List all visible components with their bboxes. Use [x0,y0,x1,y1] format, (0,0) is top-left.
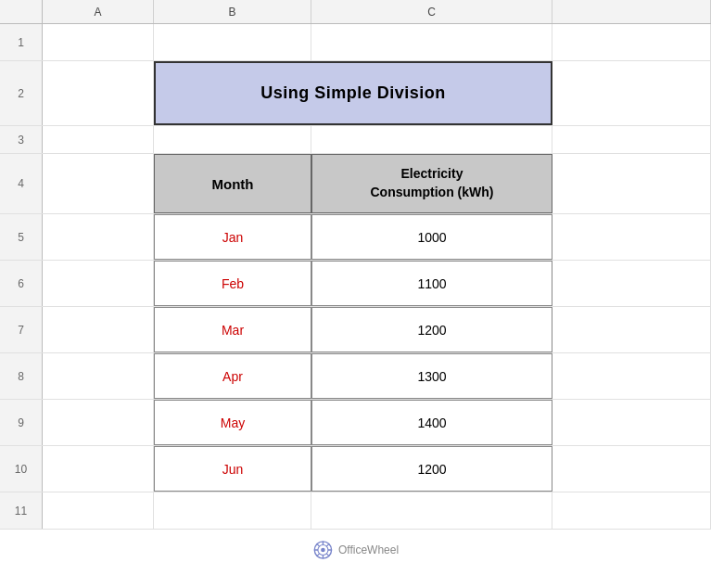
cell-c1[interactable] [311,24,552,60]
cell-c10-jun-value[interactable]: 1200 [311,446,552,492]
cell-b5-jan[interactable]: Jan [154,214,311,260]
grid-row-1: 1 [0,24,711,61]
cell-b6-feb[interactable]: Feb [154,261,311,306]
row-num-2: 2 [0,61,43,125]
grid-row-8: 8 Apr 1300 [0,353,711,400]
row-num-4: 4 [0,154,43,213]
cell-d2[interactable] [552,61,711,125]
cell-c11[interactable] [311,492,552,529]
grid-row-9: 9 May 1400 [0,400,711,446]
cell-a2[interactable] [43,61,154,125]
cell-c7-mar-value[interactable]: 1200 [311,307,552,352]
cell-d3[interactable] [552,126,711,153]
cell-d5[interactable] [552,214,711,260]
grid-row-3: 3 [0,126,711,154]
row-num-10: 10 [0,446,43,492]
col-header-row: A B C [0,0,711,24]
cell-c3[interactable] [311,126,552,153]
cell-b11[interactable] [154,492,311,529]
cell-d10[interactable] [552,446,711,492]
spreadsheet: A B C 1 2 Using Simple Division 3 [0,0,711,588]
cell-d7[interactable] [552,307,711,352]
cell-a1[interactable] [43,24,154,60]
svg-line-9 [326,543,329,546]
cell-d9[interactable] [552,400,711,445]
col-header-d [552,0,711,23]
svg-line-7 [316,543,319,546]
grid-row-5: 5 Jan 1000 [0,214,711,261]
cell-a9[interactable] [43,400,154,445]
cell-b1[interactable] [154,24,311,60]
cell-c5-jan-value[interactable]: 1000 [311,214,552,260]
cell-d6[interactable] [552,261,711,306]
svg-line-8 [326,554,329,556]
cell-b7-mar[interactable]: Mar [154,307,311,352]
cell-a10[interactable] [43,446,154,492]
cell-a6[interactable] [43,261,154,306]
grid-row-7: 7 Mar 1200 [0,307,711,353]
cell-c6-feb-value[interactable]: 1100 [311,261,552,306]
watermark-text: OfficeWheel [338,543,399,556]
grid-row-11: 11 [0,492,711,530]
row-num-1: 1 [0,24,43,60]
table-header-electricity: Electricity Consumption (kWh) [311,154,552,213]
corner-cell [0,0,43,23]
cell-d4[interactable] [552,154,711,213]
row-num-5: 5 [0,214,43,260]
col-header-c: C [311,0,552,23]
table-header-month: Month [154,154,311,213]
svg-point-2 [321,548,325,553]
cell-a8[interactable] [43,353,154,399]
row-num-11: 11 [0,492,43,529]
grid-row-2: 2 Using Simple Division [0,61,711,126]
col-header-b: B [154,0,311,23]
cell-a5[interactable] [43,214,154,260]
officewheel-logo-icon [312,540,333,560]
svg-line-10 [316,554,319,556]
row-num-7: 7 [0,307,43,352]
cell-c8-apr-value[interactable]: 1300 [311,353,552,399]
grid: A B C 1 2 Using Simple Division 3 [0,0,711,588]
cell-a4[interactable] [43,154,154,213]
cell-a7[interactable] [43,307,154,352]
row-num-3: 3 [0,126,43,153]
cell-b9-may[interactable]: May [154,400,311,445]
electricity-header-text: Electricity Consumption (kWh) [371,165,494,201]
row-num-8: 8 [0,353,43,399]
cell-c9-may-value[interactable]: 1400 [311,400,552,445]
cell-a11[interactable] [43,492,154,529]
cell-b8-apr[interactable]: Apr [154,353,311,399]
cell-b10-jun[interactable]: Jun [154,446,311,492]
cell-d8[interactable] [552,353,711,399]
cell-d11[interactable] [552,492,711,529]
watermark: OfficeWheel [312,540,399,560]
cell-a3[interactable] [43,126,154,153]
cell-b3[interactable] [154,126,311,153]
col-header-a: A [43,0,154,23]
grid-row-10: 10 Jun 1200 [0,446,711,492]
row-num-6: 6 [0,261,43,306]
title-cell: Using Simple Division [154,61,552,125]
cell-d1[interactable] [552,24,711,60]
grid-row-6: 6 Feb 1100 [0,261,711,307]
grid-row-4: 4 Month Electricity Consumption (kWh) [0,154,711,214]
row-num-9: 9 [0,400,43,445]
